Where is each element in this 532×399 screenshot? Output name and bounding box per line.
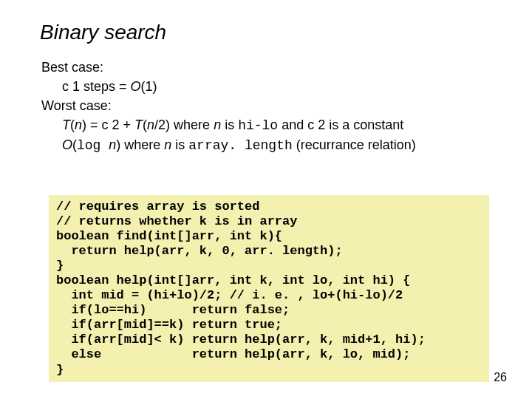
- best-case-value: c 1 steps = O(1): [62, 77, 416, 96]
- rec-n2: n: [147, 117, 154, 132]
- cl-n2: n: [164, 137, 171, 152]
- best-prefix: c 1 steps =: [62, 79, 131, 94]
- closed-form-line: O(log n) where n is array. length (recur…: [62, 135, 416, 155]
- best-case-label: Best case:: [41, 58, 416, 77]
- page-number: 26: [494, 371, 507, 384]
- rec-p5: is: [221, 117, 238, 132]
- rec-n3: n: [214, 117, 221, 132]
- rec-code1: hi-lo: [238, 118, 278, 133]
- worst-case-label: Worst case:: [41, 96, 416, 115]
- cl-n1: n: [109, 137, 116, 152]
- slide: Binary search Best case: c 1 steps = O(1…: [0, 0, 532, 399]
- rec-p6: and c 2 is a constant: [278, 117, 403, 132]
- cl-code1: array. length: [188, 138, 292, 153]
- rec-n1: n: [75, 117, 82, 132]
- rec-T2: T: [134, 117, 143, 132]
- rec-p4: /2) where: [154, 117, 214, 132]
- code-block: // requires array is sorted // returns w…: [49, 195, 489, 382]
- cl-p3: is: [171, 137, 188, 152]
- best-suffix: (1): [141, 79, 157, 94]
- recurrence-line: T(n) = c 2 + T(n/2) where n is hi-lo and…: [62, 115, 416, 135]
- rec-p2: ) = c 2 +: [82, 117, 134, 132]
- best-O: O: [131, 79, 141, 94]
- rec-T1: T: [62, 117, 70, 132]
- cl-p4: (recurrance relation): [293, 137, 416, 152]
- cl-p2: ) where: [116, 137, 164, 152]
- analysis-block: Best case: c 1 steps = O(1) Worst case: …: [41, 58, 416, 155]
- cl-log: log: [77, 138, 109, 153]
- slide-title: Binary search: [40, 21, 166, 44]
- cl-O: O: [62, 137, 72, 152]
